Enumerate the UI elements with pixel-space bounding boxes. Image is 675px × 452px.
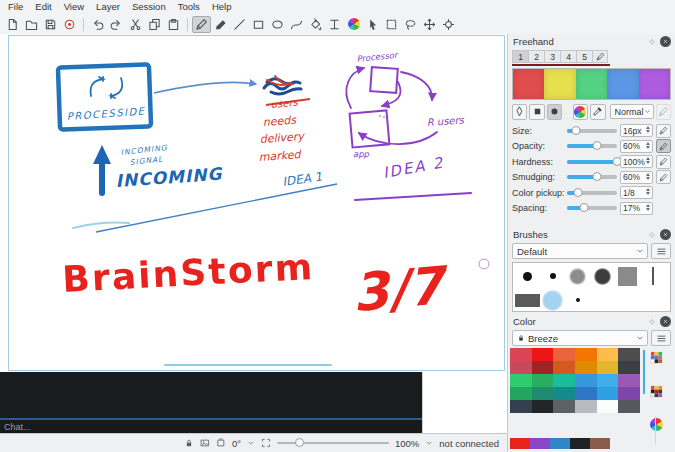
palette-swatch[interactable] <box>618 387 640 400</box>
palette-swatch[interactable] <box>553 361 575 374</box>
palette-swatch[interactable] <box>597 348 619 361</box>
zoom-value[interactable]: 100% <box>395 438 419 449</box>
record-session-button[interactable] <box>60 16 79 33</box>
brush-type-square-button[interactable] <box>529 104 544 120</box>
palette-swatch[interactable] <box>618 348 640 361</box>
menu-file[interactable]: File <box>2 0 29 14</box>
recent-color-swatch[interactable] <box>510 438 530 449</box>
undo-button[interactable] <box>88 16 107 33</box>
spinbox-arrows[interactable] <box>646 204 650 211</box>
slider-value-spinbox[interactable]: 16px <box>620 124 653 137</box>
palette-tab-swatches[interactable] <box>650 350 663 368</box>
fit-view-icon[interactable] <box>261 438 271 448</box>
float-panel-icon[interactable] <box>648 231 656 239</box>
open-document-button[interactable] <box>22 16 41 33</box>
slider-track[interactable] <box>567 191 617 195</box>
lasso-select-tool-button[interactable] <box>401 16 420 33</box>
close-panel-icon[interactable] <box>660 316 671 327</box>
move-tool-button[interactable] <box>420 16 439 33</box>
palette-swatch[interactable] <box>553 400 575 413</box>
palette-swatch[interactable] <box>597 387 619 400</box>
cut-button[interactable] <box>126 16 145 33</box>
spinbox-arrows[interactable] <box>646 173 650 180</box>
slider-handle[interactable] <box>574 188 583 197</box>
slider-track[interactable] <box>567 175 617 179</box>
brush-slot-tab-5[interactable]: 5 <box>576 50 592 63</box>
ellipse-tool-button[interactable] <box>268 16 287 33</box>
slider-handle[interactable] <box>579 203 588 212</box>
brush-slot-tab-1[interactable]: 1 <box>512 50 528 63</box>
rotation-icon[interactable] <box>216 438 226 448</box>
palette-swatch[interactable] <box>510 348 532 361</box>
palette-swatch[interactable] <box>532 348 554 361</box>
brush-slot-tab-2[interactable]: 2 <box>528 50 544 63</box>
brush-type-round-button[interactable] <box>547 104 562 120</box>
palette-swatch[interactable] <box>553 374 575 387</box>
menu-view[interactable]: View <box>58 0 90 14</box>
menu-session[interactable]: Session <box>126 0 172 14</box>
brush-preset-vertical-line[interactable] <box>640 264 665 288</box>
palette-swatch[interactable] <box>510 361 532 374</box>
brush-preset-dot-tiny[interactable] <box>565 288 590 312</box>
close-panel-icon[interactable] <box>660 229 671 240</box>
zoom-dropdown-chevron[interactable] <box>425 439 433 447</box>
slider-value-spinbox[interactable]: 1/8 <box>620 186 653 199</box>
freehand-tool-button[interactable] <box>192 16 211 33</box>
rotation-value[interactable]: 0° <box>232 438 241 449</box>
slider-track[interactable] <box>567 160 617 164</box>
spinbox-arrows[interactable] <box>646 126 650 133</box>
brush-menu-button[interactable] <box>651 243 671 259</box>
brush-slot-preview-4[interactable] <box>607 69 638 99</box>
slider-track[interactable] <box>567 144 617 148</box>
palette-swatch[interactable] <box>618 374 640 387</box>
palette-scrollbar[interactable] <box>643 350 645 394</box>
slider-handle[interactable] <box>571 126 580 135</box>
palette-swatch[interactable] <box>553 348 575 361</box>
palette-swatch[interactable] <box>618 361 640 374</box>
recent-color-swatch[interactable] <box>590 438 610 449</box>
slider-handle[interactable] <box>593 141 602 150</box>
zoom-slider[interactable] <box>277 438 389 448</box>
rect-select-tool-button[interactable] <box>382 16 401 33</box>
brush-type-pen-button[interactable] <box>512 104 527 120</box>
palette-swatch[interactable] <box>597 361 619 374</box>
brush-slot-preview-2[interactable] <box>544 69 575 99</box>
color-picker-button[interactable] <box>590 104 605 120</box>
palette-swatch[interactable] <box>575 400 597 413</box>
brush-preset-soft-blue[interactable] <box>540 288 565 312</box>
brush-slot-preview-5[interactable] <box>639 69 670 99</box>
line-tool-button[interactable] <box>230 16 249 33</box>
slider-handle[interactable] <box>593 172 602 181</box>
float-panel-icon[interactable] <box>648 38 656 46</box>
palette-tab-mixer[interactable] <box>650 384 663 402</box>
rectangle-tool-button[interactable] <box>249 16 268 33</box>
drawing-canvas[interactable]: PROCESSIDE users needs delivery marked <box>9 36 504 370</box>
palette-swatch[interactable] <box>597 400 619 413</box>
color-wheel-button[interactable] <box>344 16 363 33</box>
slider-track[interactable] <box>567 129 617 133</box>
chat-messages[interactable] <box>0 372 422 418</box>
save-document-button[interactable] <box>41 16 60 33</box>
pressure-toggle-button[interactable] <box>656 139 671 153</box>
brush-preset-soft-circle-light[interactable] <box>565 264 590 288</box>
palette-swatch[interactable] <box>510 400 532 413</box>
brush-preset-rect-dark[interactable] <box>515 288 540 312</box>
pressure-toggle-button[interactable] <box>656 155 671 169</box>
menu-edit[interactable]: Edit <box>29 0 57 14</box>
pan-zoom-tool-button[interactable] <box>439 16 458 33</box>
brush-slot-tab-3[interactable]: 3 <box>544 50 560 63</box>
fill-tool-button[interactable] <box>306 16 325 33</box>
palette-swatch[interactable] <box>532 361 554 374</box>
annotation-tool-button[interactable] <box>325 16 344 33</box>
slider-value-spinbox[interactable]: 100% <box>620 155 653 168</box>
pressure-toggle-button[interactable] <box>656 170 671 184</box>
brush-slot-tab-eraser[interactable] <box>592 50 608 63</box>
palette-swatch[interactable] <box>532 374 554 387</box>
palette-swatch[interactable] <box>532 387 554 400</box>
palette-select[interactable]: Breeze <box>512 330 648 346</box>
palette-swatch[interactable] <box>532 400 554 413</box>
palette-swatch[interactable] <box>618 400 640 413</box>
menu-help[interactable]: Help <box>206 0 238 14</box>
recent-color-swatch[interactable] <box>570 438 590 449</box>
canvas-image-icon[interactable] <box>200 438 210 448</box>
